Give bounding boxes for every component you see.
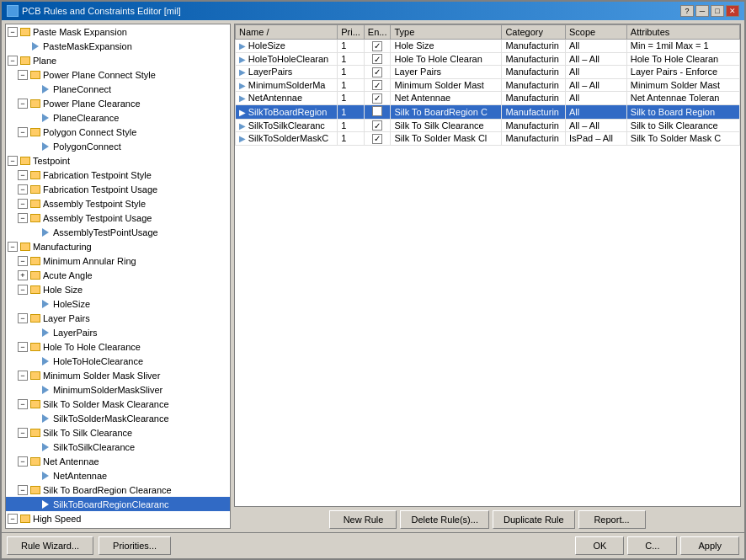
tree-expand-icon[interactable]: − bbox=[18, 256, 28, 266]
tree-item[interactable]: −Paste Mask Expansion bbox=[6, 24, 230, 39]
help-button[interactable]: ? bbox=[680, 5, 694, 17]
tree-item[interactable]: −Minimum Solder Mask Sliver bbox=[6, 368, 230, 382]
tree-expand-icon[interactable]: − bbox=[18, 371, 28, 381]
tree-item[interactable]: −Fabrication Testpoint Usage bbox=[6, 182, 230, 196]
col-header-attributes[interactable]: Attributes bbox=[626, 25, 739, 40]
tree-expand-icon[interactable]: − bbox=[18, 342, 28, 352]
table-container[interactable]: Name / Pri... En... Type Category Scope … bbox=[234, 24, 741, 507]
tree-item[interactable]: −Power Plane Connect Style bbox=[6, 67, 230, 82]
tree-item[interactable]: −High Speed bbox=[6, 511, 230, 525]
table-row[interactable]: ▶ MinimumSolderMa1Minimum Solder MastMan… bbox=[236, 78, 740, 92]
cell-enabled[interactable] bbox=[364, 40, 391, 53]
tree-item[interactable]: −Assembly Testpoint Style bbox=[6, 196, 230, 211]
duplicate-rule-button[interactable]: Duplicate Rule bbox=[493, 510, 575, 529]
tree-item[interactable]: SilkToBoardRegionClearanc bbox=[6, 497, 230, 511]
tree-item[interactable]: HoleSize bbox=[6, 296, 230, 311]
tree-expand-icon[interactable]: − bbox=[18, 170, 28, 180]
tree-item[interactable]: HoleToHoleClearance bbox=[6, 354, 230, 368]
tree-expand-icon[interactable]: − bbox=[8, 27, 18, 37]
tree-item[interactable]: −Testpoint bbox=[6, 153, 230, 168]
tree-expand-icon[interactable]: − bbox=[18, 127, 28, 137]
enabled-checkbox[interactable] bbox=[372, 80, 382, 90]
tree-item[interactable]: SilkToSilkClearance bbox=[6, 440, 230, 454]
maximize-button[interactable]: □ bbox=[711, 5, 724, 17]
tree-item[interactable]: −Assembly Testpoint Usage bbox=[6, 211, 230, 225]
ok-button[interactable]: OK bbox=[575, 536, 624, 555]
tree-item[interactable]: PlaneConnect bbox=[6, 82, 230, 96]
tree-item[interactable]: −Silk To Solder Mask Clearance bbox=[6, 397, 230, 411]
col-header-scope[interactable]: Scope bbox=[565, 25, 626, 40]
enabled-checkbox[interactable] bbox=[372, 67, 382, 77]
tree-item[interactable]: −Silk To BoardRegion Clearance bbox=[6, 483, 230, 497]
tree-item[interactable]: −Fabrication Testpoint Style bbox=[6, 168, 230, 182]
tree-item[interactable]: −Plane bbox=[6, 53, 230, 67]
tree-item[interactable]: MinimumSolderMaskSliver bbox=[6, 382, 230, 397]
tree-expand-icon[interactable]: − bbox=[18, 184, 28, 195]
tree-container[interactable]: −Paste Mask ExpansionPasteMaskExpansion−… bbox=[6, 24, 230, 528]
tree-expand-icon[interactable]: − bbox=[18, 313, 28, 323]
tree-item[interactable]: −Net Antennae bbox=[6, 454, 230, 468]
cell-enabled[interactable] bbox=[364, 132, 391, 146]
tree-item[interactable]: −Parallel Segment bbox=[6, 525, 230, 528]
cell-enabled[interactable] bbox=[364, 66, 391, 79]
tree-expand-icon[interactable]: − bbox=[8, 156, 18, 166]
priorities-button[interactable]: Priorities... bbox=[99, 536, 171, 555]
tree-item[interactable]: −Manufacturing bbox=[6, 239, 230, 253]
tree-item[interactable]: SilkToSolderMaskClearance bbox=[6, 411, 230, 425]
table-row[interactable]: ▶ SilkToSolderMaskC1Silk To Solder Mask … bbox=[236, 132, 740, 146]
tree-item[interactable]: +Acute Angle bbox=[6, 268, 230, 282]
enabled-checkbox[interactable] bbox=[372, 106, 382, 116]
tree-expand-icon[interactable]: − bbox=[18, 485, 28, 495]
tree-item[interactable]: −Polygon Connect Style bbox=[6, 125, 230, 139]
enabled-checkbox[interactable] bbox=[372, 134, 382, 144]
table-row[interactable]: ▶ NetAntennae1Net AntennaeManufacturinAl… bbox=[236, 92, 740, 105]
col-header-name[interactable]: Name / bbox=[236, 25, 338, 40]
col-header-en[interactable]: En... bbox=[364, 25, 391, 40]
new-rule-button[interactable]: New Rule bbox=[329, 510, 397, 529]
report-button[interactable]: Report... bbox=[578, 510, 646, 529]
minimize-button[interactable]: ─ bbox=[695, 5, 709, 17]
tree-item[interactable]: −Minimum Annular Ring bbox=[6, 253, 230, 268]
cell-enabled[interactable] bbox=[364, 52, 391, 66]
tree-expand-icon[interactable]: − bbox=[18, 199, 28, 209]
tree-expand-icon[interactable]: − bbox=[18, 456, 28, 467]
enabled-checkbox[interactable] bbox=[372, 120, 382, 131]
tree-item[interactable]: PasteMaskExpansion bbox=[6, 39, 230, 53]
tree-item[interactable]: −Power Plane Clearance bbox=[6, 96, 230, 110]
apply-button[interactable]: Apply bbox=[680, 536, 739, 555]
enabled-checkbox[interactable] bbox=[372, 93, 382, 104]
enabled-checkbox[interactable] bbox=[372, 54, 382, 64]
tree-item[interactable]: LayerPairs bbox=[6, 325, 230, 339]
delete-rule-button[interactable]: Delete Rule(s)... bbox=[400, 510, 488, 529]
tree-item[interactable]: NetAntennae bbox=[6, 468, 230, 483]
col-header-category[interactable]: Category bbox=[502, 25, 566, 40]
tree-item[interactable]: AssemblyTestPointUsage bbox=[6, 225, 230, 239]
tree-item[interactable]: −Layer Pairs bbox=[6, 311, 230, 325]
tree-expand-icon[interactable]: − bbox=[18, 99, 28, 109]
table-row[interactable]: ▶ HoleSize1Hole SizeManufacturinAllMin =… bbox=[236, 40, 740, 53]
tree-expand-icon[interactable]: − bbox=[18, 528, 28, 529]
tree-expand-icon[interactable]: − bbox=[8, 514, 18, 524]
rule-wizard-button[interactable]: Rule Wizard... bbox=[7, 536, 93, 555]
tree-item[interactable]: PolygonConnect bbox=[6, 139, 230, 153]
tree-item[interactable]: −Hole To Hole Clearance bbox=[6, 339, 230, 354]
tree-expand-icon[interactable]: − bbox=[18, 399, 28, 409]
tree-expand-icon[interactable]: − bbox=[18, 213, 28, 223]
tree-expand-icon[interactable]: − bbox=[8, 56, 18, 66]
col-header-pri[interactable]: Pri... bbox=[338, 25, 365, 40]
cell-enabled[interactable] bbox=[364, 92, 391, 105]
tree-item[interactable]: PlaneClearance bbox=[6, 110, 230, 125]
tree-item[interactable]: −Hole Size bbox=[6, 282, 230, 296]
cell-enabled[interactable] bbox=[364, 104, 391, 119]
tree-expand-icon[interactable]: + bbox=[18, 270, 28, 280]
col-header-type[interactable]: Type bbox=[391, 25, 502, 40]
table-row[interactable]: ▶ HoleToHoleClearan1Hole To Hole Clearan… bbox=[236, 52, 740, 66]
table-row[interactable]: ▶ SilkToBoardRegion1Silk To BoardRegion … bbox=[236, 104, 740, 119]
cell-enabled[interactable] bbox=[364, 78, 391, 92]
enabled-checkbox[interactable] bbox=[372, 41, 382, 51]
cell-enabled[interactable] bbox=[364, 119, 391, 132]
tree-expand-icon[interactable]: − bbox=[8, 242, 18, 252]
tree-expand-icon[interactable]: − bbox=[18, 285, 28, 295]
cancel-button[interactable]: C... bbox=[627, 536, 677, 555]
table-row[interactable]: ▶ LayerPairs1Layer PairsManufacturinAllL… bbox=[236, 66, 740, 79]
